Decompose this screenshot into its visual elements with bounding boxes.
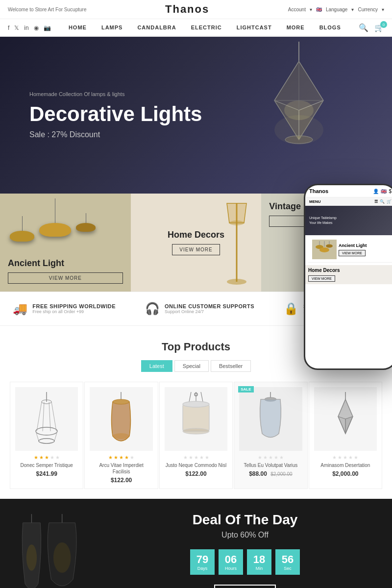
- product-img-2: [90, 387, 152, 451]
- product-name-4: Tellus Eu Volutpat Varius: [239, 462, 302, 468]
- countdown-hours-label: Hours: [223, 566, 238, 571]
- mobile-ancient-btn[interactable]: VIEW MORE: [339, 250, 366, 256]
- feature-shipping-text: FREE SHIPPING WORLDWIDE Free ship on all…: [32, 303, 116, 314]
- svg-point-15: [229, 220, 244, 225]
- shop-now-button[interactable]: SHOP NOW: [214, 585, 276, 588]
- mobile-menu-label: MENU: [309, 199, 321, 204]
- mobile-lamp-img: [312, 240, 337, 259]
- deal-sub: Upto 60% Off: [108, 531, 382, 539]
- mobile-home-btn[interactable]: VIEW MORE: [308, 275, 335, 282]
- social-bar: f 𝕏 in ◉ 📷: [0, 22, 59, 34]
- hero-content: Homemade Collection Of lamps & lights De…: [0, 72, 231, 159]
- svg-point-13: [227, 279, 246, 285]
- tab-bestseller[interactable]: Bestseller: [211, 360, 251, 372]
- top-bar-right: Account ▾ 🇬🇧 Language ▾ Currency ▾: [288, 7, 384, 12]
- language-link[interactable]: Language: [326, 7, 348, 12]
- star: ★: [279, 455, 284, 460]
- svg-marker-14: [227, 203, 246, 223]
- instagram-icon[interactable]: 📷: [44, 24, 51, 31]
- rss-icon[interactable]: ◉: [34, 24, 39, 31]
- col-ancient-light: Ancient Light VIEW MORE: [0, 194, 131, 292]
- twitter-icon[interactable]: 𝕏: [14, 24, 19, 31]
- payment-icon: 🔒: [284, 302, 298, 316]
- countdown-sec-label: Sec: [280, 566, 295, 571]
- tab-latest[interactable]: Latest: [141, 360, 172, 372]
- cart-icon[interactable]: 🛒0: [374, 23, 384, 32]
- countdown-sec: 56 Sec: [275, 549, 300, 575]
- currency-link[interactable]: Currency: [358, 7, 378, 12]
- support-title: ONLINE CUSTOMER SUPPORTS: [165, 303, 254, 309]
- product-name-5: Aminasom Desertation: [314, 462, 377, 468]
- countdown-days: 79 Days: [190, 549, 215, 575]
- svg-line-27: [49, 402, 50, 431]
- hero-subtitle: Homemade Collection Of lamps & lights: [29, 91, 202, 97]
- svg-point-34: [113, 433, 129, 439]
- svg-point-20: [319, 247, 329, 252]
- mobile-ancient-section: Ancient Light VIEW MORE: [305, 235, 392, 265]
- main-nav: HOME LAMPS CANDALBRA ELECTRIC LIGHTCAST …: [69, 20, 341, 36]
- ancient-lamps-decoration: [10, 198, 96, 242]
- deal-section: Deal Of The Day Upto 60% Off 79 Days 06 …: [0, 499, 392, 588]
- countdown-days-num: 79: [195, 553, 210, 566]
- star: ★: [114, 455, 118, 460]
- product-price-3: $122.00: [165, 470, 227, 477]
- search-icon[interactable]: 🔍: [359, 23, 368, 32]
- nav-more[interactable]: MORE: [287, 20, 305, 35]
- col1-view-more[interactable]: VIEW MORE: [8, 272, 123, 284]
- svg-marker-46: [338, 399, 353, 419]
- product-card-5: ★ ★ ★ ★ ★ Aminasom Desertation $2,000.00: [309, 382, 382, 489]
- nav-electric[interactable]: ELECTRIC: [191, 20, 222, 35]
- facebook-icon[interactable]: f: [8, 24, 9, 31]
- star: ★: [332, 455, 337, 460]
- mobile-cart-icon: 🛒: [387, 199, 392, 204]
- stars-4: ★ ★ ★ ★ ★: [239, 455, 302, 460]
- star: ★: [130, 455, 134, 460]
- nav-blogs[interactable]: BLOGS: [319, 20, 341, 35]
- site-logo: Thanos: [165, 3, 209, 16]
- mobile-hamburger-icon: ☰: [374, 199, 378, 204]
- nav-home[interactable]: HOME: [69, 20, 87, 35]
- mobile-mockup: Thanos 👤 🇬🇧 $ MENU ☰ 🔍 🛒: [304, 184, 392, 370]
- svg-point-41: [183, 428, 209, 434]
- product-card-1: ★ ★ ★ ★ ★ Donec Semper Tristique $241.99: [10, 382, 83, 489]
- star: ★: [108, 455, 113, 460]
- col2-view-more[interactable]: VIEW MORE: [172, 244, 220, 255]
- product-card-4: ★ ★ ★ ★ ★ Tellus Eu Volutpat Varius $88.…: [234, 382, 307, 489]
- deal-lamps-decoration: [0, 499, 98, 588]
- nav-candalbra[interactable]: CANDALBRA: [137, 20, 176, 35]
- social-icons: f 𝕏 in ◉ 📷: [8, 24, 51, 31]
- star: ★: [183, 455, 188, 460]
- star: ★: [348, 455, 353, 460]
- tab-special[interactable]: Special: [174, 360, 209, 372]
- star: ★: [263, 455, 268, 460]
- support-icon: 🎧: [145, 302, 160, 316]
- top-bar: Welcome to Store Art For Sucupture Thano…: [0, 0, 392, 19]
- star: ★: [119, 455, 123, 460]
- mobile-search-icon: 🔍: [380, 199, 385, 204]
- stars-5: ★ ★ ★ ★ ★: [314, 455, 377, 460]
- nav-lightcast[interactable]: LIGHTCAST: [237, 20, 272, 35]
- mobile-banner-title: Unique Tablelamp: [309, 216, 337, 220]
- floor-lamp-decoration: [222, 194, 251, 292]
- three-col-section: Ancient Light VIEW MORE Home Decors VIEW…: [0, 194, 392, 292]
- linkedin-icon[interactable]: in: [24, 24, 28, 31]
- svg-point-40: [183, 401, 209, 407]
- hero-lamp-decoration: [245, 42, 353, 179]
- svg-line-25: [51, 402, 56, 431]
- nav-lamps[interactable]: LAMPS: [101, 20, 123, 35]
- support-sub: Support Online 24/7: [165, 309, 254, 314]
- product-card-2: ★ ★ ★ ★ ★ Arcu Vitae Imperdiet Facilisis…: [84, 382, 158, 489]
- account-link[interactable]: Account: [288, 7, 306, 12]
- star: ★: [269, 455, 273, 460]
- mobile-banner: Unique Tablelamp Your life Makes: [305, 206, 392, 235]
- feature-shipping: 🚚 FREE SHIPPING WORLDWIDE Free ship on a…: [13, 302, 116, 316]
- welcome-text: Welcome to Store Art For Sucupture: [8, 7, 86, 12]
- stars-2: ★ ★ ★ ★ ★: [90, 455, 152, 460]
- mobile-flag-icon: 🇬🇧: [381, 189, 387, 194]
- star: ★: [343, 455, 347, 460]
- deal-content: Deal Of The Day Upto 60% Off 79 Days 06 …: [98, 502, 392, 588]
- product-price-1: $241.99: [15, 470, 78, 477]
- shipping-icon: 🚚: [13, 302, 27, 316]
- product-price-2: $122.00: [90, 477, 152, 484]
- svg-point-33: [113, 399, 129, 404]
